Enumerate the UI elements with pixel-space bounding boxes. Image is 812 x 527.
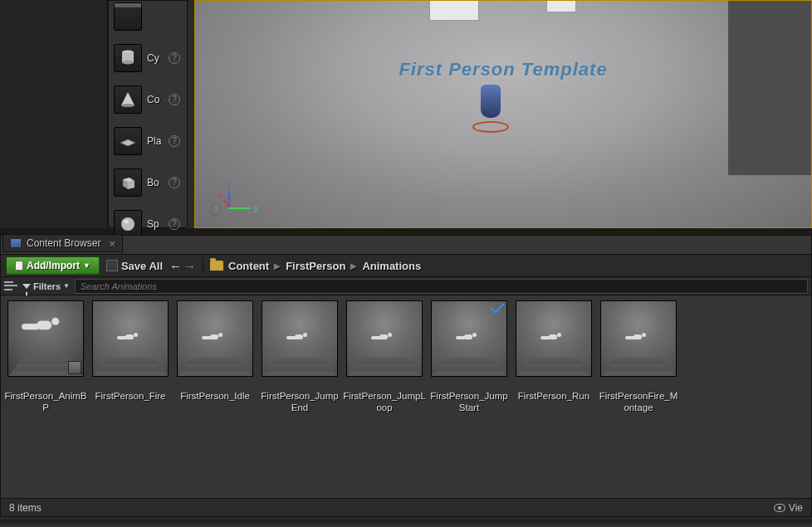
asset-label: FirstPerson_JumpEnd (258, 390, 341, 413)
asset-tile[interactable]: FirstPerson_JumpStart (431, 300, 507, 481)
box-icon (114, 168, 142, 197)
window-bottom-strip (0, 517, 812, 527)
asset-label: FirstPerson_JumpStart (428, 390, 511, 413)
mannequin-icon (283, 333, 316, 348)
asset-thumbnail (262, 300, 338, 377)
asset-tile[interactable]: FirstPerson_Fire (92, 300, 169, 481)
level-geometry (546, 0, 576, 12)
cone-icon (114, 85, 142, 114)
asset-tile[interactable]: FirstPerson_Idle (177, 300, 253, 481)
shape-plane[interactable]: Pla ? (109, 124, 187, 159)
cylinder-icon (114, 44, 142, 72)
asset-thumbnail (92, 300, 169, 377)
breadcrumb-root[interactable]: Content (228, 260, 269, 272)
shape-label: Pla (147, 135, 164, 147)
content-browser-panel: Content Browser × Add/Import ▼ Save All … (0, 235, 812, 517)
breadcrumb-item[interactable]: FirstPerson (286, 260, 345, 272)
floor-text: First Person Template (399, 59, 607, 81)
svg-point-9 (121, 217, 135, 231)
mannequin-icon (198, 333, 232, 348)
breadcrumb-leaf[interactable]: Animations (362, 260, 421, 272)
shape-partial-top[interactable] (109, 2, 187, 34)
help-icon[interactable]: ? (169, 52, 180, 64)
shape-thumb (114, 2, 142, 31)
mannequin-icon (452, 333, 486, 348)
content-browser-icon (10, 238, 22, 248)
mannequin-icon (114, 333, 147, 348)
shape-cone[interactable]: Co ? (109, 82, 187, 117)
asset-label: FirstPerson_JumpLoop (343, 390, 426, 413)
mannequin-icon (16, 318, 76, 344)
asset-label: FirstPerson_Run (512, 390, 595, 402)
asset-label: FirstPersonFire_Montage (597, 390, 680, 413)
level-viewport[interactable]: First Person Template ? (194, 0, 812, 228)
nav-history: ← → (169, 259, 196, 273)
breadcrumb: Content ▶ FirstPerson ▶ Animations (210, 260, 421, 272)
asset-label: FirstPerson_AnimBP (4, 390, 87, 413)
item-count: 8 items (9, 502, 42, 514)
save-icon (106, 260, 118, 271)
plane-icon (114, 127, 142, 155)
content-browser-status-bar: 8 items Vie (1, 498, 811, 516)
nav-back-button[interactable]: ← (169, 259, 182, 273)
page-icon (15, 261, 23, 271)
asset-thumbnail (7, 300, 84, 377)
toggle-sources-button[interactable] (4, 281, 17, 292)
eye-icon (774, 504, 785, 512)
nav-forward-button[interactable]: → (183, 259, 196, 273)
content-browser-toolbar: Add/Import ▼ Save All ← → Content ▶ Firs… (1, 254, 811, 277)
level-geometry (429, 0, 479, 21)
content-browser-tab[interactable]: Content Browser × (2, 234, 123, 252)
close-icon[interactable]: × (109, 237, 115, 250)
axis-gizmo (220, 184, 262, 217)
shapes-palette: Cy ? Co ? Pla ? Bo ? (108, 0, 188, 228)
asset-thumbnail (431, 300, 507, 377)
shape-label: Bo (147, 177, 164, 188)
help-icon[interactable]: ? (169, 218, 180, 230)
shape-box[interactable]: Bo ? (109, 165, 187, 200)
mannequin-icon (368, 333, 401, 348)
add-import-button[interactable]: Add/Import ▼ (6, 256, 100, 275)
filters-button[interactable]: Filters ▼ (22, 281, 70, 291)
asset-thumbnail (600, 300, 677, 377)
svg-marker-3 (121, 92, 135, 105)
level-wall (728, 0, 811, 175)
add-import-label: Add/Import (27, 260, 80, 271)
svg-point-4 (121, 104, 135, 107)
check-badge-icon (490, 303, 505, 315)
assets-grid: FirstPerson_AnimBPFirstPerson_FireFirstP… (1, 295, 811, 486)
asset-tile[interactable]: FirstPerson_JumpLoop (346, 300, 423, 481)
content-browser-filterbar: Filters ▼ (1, 277, 811, 295)
save-all-label: Save All (121, 260, 163, 272)
asset-label: FirstPerson_Fire (89, 390, 172, 402)
help-icon[interactable]: ? (169, 94, 180, 105)
save-all-button[interactable]: Save All (106, 260, 163, 272)
chevron-right-icon: ▶ (350, 261, 357, 271)
player-start-pawn[interactable] (472, 80, 509, 133)
chevron-down-icon: ▼ (83, 261, 90, 270)
svg-point-10 (124, 220, 129, 223)
asset-tile[interactable]: FirstPerson_AnimBP (7, 300, 84, 481)
mode-panel-left (0, 0, 108, 228)
view-options-button[interactable]: Vie (774, 502, 803, 514)
asset-tile[interactable]: FirstPersonFire_Montage (600, 300, 677, 481)
shape-label: Cy (147, 52, 164, 64)
help-icon[interactable]: ? (169, 135, 180, 147)
blueprint-badge-icon (68, 361, 81, 374)
asset-tile[interactable]: FirstPerson_Run (516, 300, 592, 481)
shape-cylinder[interactable]: Cy ? (109, 41, 187, 76)
asset-label: FirstPerson_Idle (174, 390, 257, 402)
mannequin-icon (537, 333, 570, 348)
asset-tile[interactable]: FirstPerson_JumpEnd (262, 300, 338, 481)
chevron-right-icon: ▶ (274, 261, 281, 271)
search-input[interactable] (75, 279, 808, 294)
asset-thumbnail (177, 300, 253, 377)
help-icon[interactable]: ? (169, 177, 180, 188)
asset-thumbnail (516, 300, 592, 377)
svg-point-2 (122, 61, 134, 65)
view-options-label: Vie (789, 502, 803, 514)
chevron-down-icon: ▼ (63, 282, 70, 290)
help-icon[interactable]: ? (210, 204, 222, 216)
filters-label: Filters (33, 281, 61, 291)
asset-thumbnail (346, 300, 423, 377)
